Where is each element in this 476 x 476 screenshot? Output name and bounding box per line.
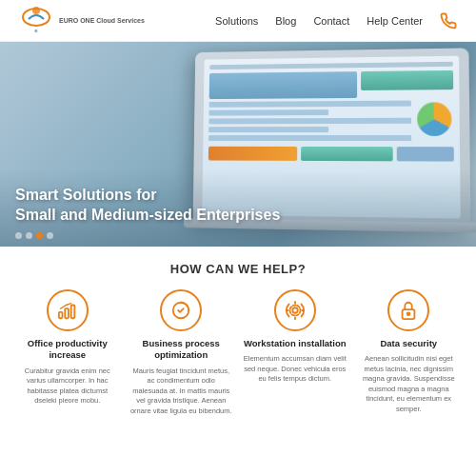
- dot-4[interactable]: [47, 232, 53, 239]
- svg-point-7: [292, 307, 298, 313]
- bpo-icon: [160, 289, 202, 331]
- svg-text:e: e: [34, 28, 38, 33]
- nav-help-center[interactable]: Help Center: [367, 15, 423, 27]
- dot-1[interactable]: [15, 232, 22, 239]
- security-title: Data security: [380, 338, 437, 349]
- logo-text: EURO ONE Cloud Services: [59, 16, 145, 25]
- svg-rect-3: [59, 312, 63, 318]
- productivity-desc: Curabitur gravida enim nec varius ullamc…: [15, 367, 120, 407]
- help-grid: Office productivity increase Curabitur g…: [15, 289, 461, 416]
- nav-links: Solutions Blog Contact Help Center: [215, 12, 457, 30]
- svg-point-8: [289, 306, 300, 316]
- hero-section: Smart Solutions for Small and Medium-siz…: [0, 42, 476, 247]
- productivity-icon: [47, 289, 89, 331]
- help-item-bpo: Business process optimization Mauris feu…: [129, 289, 234, 416]
- nav-contact[interactable]: Contact: [313, 15, 349, 27]
- help-item-workstation: Workstation installation Elementum accum…: [243, 289, 347, 416]
- workstation-title: Workstation installation: [244, 338, 347, 349]
- logo-icon: e: [19, 4, 53, 38]
- dot-2[interactable]: [26, 232, 32, 239]
- logo[interactable]: e EURO ONE Cloud Services: [19, 4, 145, 38]
- phone-icon[interactable]: [440, 12, 457, 30]
- hero-dots: [15, 232, 53, 239]
- workstation-desc: Elementum accumsan diam velit sed neque.…: [243, 354, 347, 385]
- nav-blog[interactable]: Blog: [275, 15, 296, 27]
- svg-rect-4: [65, 308, 69, 318]
- nav-solutions[interactable]: Solutions: [215, 15, 258, 27]
- security-icon: [387, 289, 429, 331]
- svg-point-10: [407, 312, 410, 315]
- dot-3[interactable]: [36, 232, 43, 239]
- productivity-title: Office productivity increase: [15, 338, 120, 362]
- hero-title-line2: Small and Medium-sized Enterprises: [15, 206, 280, 226]
- hero-title-line1: Smart Solutions for: [15, 186, 280, 206]
- help-title: HOW CAN WE HELP?: [15, 262, 461, 276]
- bpo-desc: Mauris feugiat tincidunt metus, ac condi…: [129, 367, 234, 417]
- workstation-icon: [274, 289, 316, 331]
- hero-text: Smart Solutions for Small and Medium-siz…: [15, 186, 280, 226]
- security-desc: Aenean sollicitudin nisi eget metus laci…: [357, 354, 462, 414]
- bpo-title: Business process optimization: [129, 338, 234, 362]
- help-item-productivity: Office productivity increase Curabitur g…: [15, 289, 120, 416]
- help-item-security: Data security Aenean sollicitudin nisi e…: [357, 289, 462, 416]
- navbar: e EURO ONE Cloud Services Solutions Blog…: [0, 0, 476, 42]
- svg-point-1: [32, 7, 40, 14]
- svg-rect-5: [70, 306, 74, 319]
- help-section: HOW CAN WE HELP? Office productivity inc…: [0, 247, 476, 416]
